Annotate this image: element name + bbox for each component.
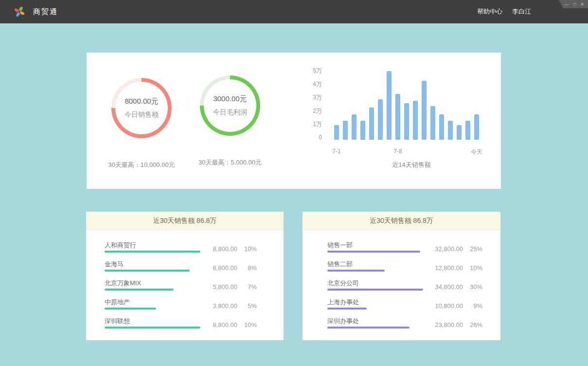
rank-item-bar	[105, 308, 156, 310]
rank-row: 北京万象MIX5,800.007%	[105, 279, 257, 298]
rank-item-bar	[327, 270, 385, 272]
overview-card: 8000.00元 今日销售额 30天最高：10,000.00元 3000.00元…	[87, 53, 501, 189]
bar-chart-bars	[334, 69, 480, 140]
today-profit-label: 今日毛利润	[213, 108, 247, 117]
rank-item-percent: 9%	[463, 302, 482, 310]
bar	[387, 71, 392, 140]
rank-item-bar	[105, 251, 200, 253]
y-axis-tick: 2万	[296, 107, 322, 115]
bar	[369, 108, 374, 140]
bar	[343, 121, 348, 140]
rank-item-percent: 7%	[237, 283, 257, 291]
rank-item-name: 人和商贸行	[105, 241, 136, 249]
bar	[378, 99, 383, 140]
bar	[474, 114, 479, 140]
help-center-link[interactable]: 帮助中心	[477, 7, 502, 16]
x-axis-label: 7-1	[332, 148, 340, 155]
rank-item-amount: 3,800.00	[213, 302, 237, 310]
bar	[457, 125, 462, 140]
bar	[352, 114, 356, 140]
rank-item-name: 深圳联想	[105, 317, 130, 325]
department-sales-rank-card: 近30天销售额 86.8万 销售一部32,800.0025%销售二部12,800…	[303, 212, 500, 340]
rank-row: 销售一部32,800.0025%	[327, 241, 482, 260]
pinwheel-logo-icon	[14, 6, 25, 18]
customer-rank-title: 近30天销售额 86.8万	[86, 212, 284, 230]
y-axis-tick: 5万	[296, 67, 322, 75]
rank-item-amount: 12,800.00	[435, 264, 463, 272]
rank-item-name: 北京分公司	[327, 279, 359, 287]
rank-row: 北京分公司34,800.0030%	[327, 279, 482, 298]
bar	[413, 101, 418, 140]
customer-rank-rows: 人和商贸行8,800.0010%金海马6,800.008%北京万象MIX5,80…	[86, 230, 284, 336]
rank-item-bar	[327, 308, 367, 310]
department-rank-title: 近30天销售额 86.8万	[303, 212, 500, 230]
today-profit-donut-ring: 3000.00元 今日毛利润	[200, 75, 260, 136]
today-profit-donut-center: 3000.00元 今日毛利润	[204, 79, 256, 132]
bar	[395, 94, 400, 140]
rank-item-percent: 26%	[463, 321, 482, 329]
rank-item-amount: 8,800.00	[213, 321, 237, 329]
app-header: 商贸通 帮助中心 李白江 — □ ✕	[0, 0, 588, 23]
rank-item-amount: 32,800.00	[435, 245, 463, 253]
window-controls: — □ ✕	[559, 0, 588, 8]
rank-item-amount: 23,800.00	[435, 321, 463, 329]
rank-item-name: 销售一部	[327, 241, 353, 249]
department-rank-rows: 销售一部32,800.0025%销售二部12,800.0010%北京分公司34,…	[303, 230, 500, 336]
y-axis-tick: 4万	[296, 80, 322, 89]
app-title: 商贸通	[33, 6, 58, 18]
rank-row: 人和商贸行8,800.0010%	[105, 241, 257, 260]
rank-item-bar	[105, 289, 174, 291]
rank-row: 销售二部12,800.0010%	[327, 260, 482, 279]
y-axis-tick: 1万	[296, 120, 322, 128]
app-window: 商贸通 帮助中心 李白江 — □ ✕ 8000.00元 今日销售额 30天最高：…	[0, 0, 588, 366]
bar-chart-caption: 近14天销售额	[392, 161, 430, 169]
today-profit-30day-max: 30天最高：5,000.00元	[179, 158, 281, 167]
rank-item-percent: 25%	[463, 245, 482, 253]
rank-row: 深圳联想8,800.0010%	[105, 317, 257, 336]
bar	[360, 121, 365, 140]
rank-row: 金海马6,800.008%	[105, 260, 257, 279]
rank-item-bar	[105, 270, 190, 272]
today-sales-30day-max: 30天最高：10,000.00元	[90, 161, 193, 169]
minimize-button[interactable]: —	[565, 2, 569, 7]
rank-item-name: 上海办事处	[327, 298, 359, 306]
rank-item-values: 12,800.0010%	[435, 264, 482, 272]
today-sales-label: 今日销售额	[125, 110, 159, 119]
x-axis-label: 今天	[471, 148, 482, 156]
today-sales-donut-center: 8000.00元 今日销售额	[115, 82, 168, 134]
rank-item-amount: 8,800.00	[213, 245, 237, 253]
rank-item-amount: 34,800.00	[435, 283, 463, 291]
rank-item-values: 6,800.008%	[213, 264, 257, 272]
rank-item-bar	[327, 327, 410, 329]
today-sales-donut-ring: 8000.00元 今日销售额	[111, 78, 172, 138]
rank-item-name: 销售二部	[327, 260, 353, 268]
rank-item-name: 深圳办事处	[327, 317, 359, 325]
maximize-button[interactable]: □	[573, 2, 576, 7]
rank-item-amount: 6,800.00	[213, 264, 237, 272]
today-profit-gauge: 3000.00元 今日毛利润 30天最高：5,000.00元	[179, 75, 281, 167]
rank-item-values: 23,800.0026%	[435, 321, 482, 329]
rank-item-percent: 10%	[463, 264, 482, 272]
header-nav: 帮助中心 李白江	[477, 0, 531, 23]
rank-row: 上海办事处10,800.009%	[327, 298, 482, 317]
y-axis-tick: 3万	[296, 93, 322, 102]
rank-item-values: 3,800.005%	[213, 302, 257, 310]
today-profit-value: 3000.00元	[213, 94, 247, 104]
brand: 商贸通	[14, 6, 58, 18]
bar	[465, 121, 470, 140]
bar	[439, 114, 444, 140]
rank-item-percent: 10%	[237, 245, 257, 253]
rank-item-values: 32,800.0025%	[435, 245, 482, 253]
rank-item-name: 金海马	[105, 260, 124, 268]
rank-item-percent: 8%	[237, 264, 257, 272]
close-button[interactable]: ✕	[580, 2, 584, 7]
rank-item-percent: 30%	[463, 283, 482, 291]
x-axis-label: 7-8	[393, 148, 402, 155]
rank-item-bar	[327, 289, 423, 291]
user-menu[interactable]: 李白江	[512, 7, 531, 16]
rank-item-percent: 10%	[237, 321, 257, 329]
rank-row: 深圳办事处23,800.0026%	[327, 317, 482, 336]
bar	[430, 106, 435, 140]
customer-sales-rank-card: 近30天销售额 86.8万 人和商贸行8,800.0010%金海马6,800.0…	[86, 212, 284, 340]
rank-item-values: 5,800.007%	[213, 283, 257, 291]
